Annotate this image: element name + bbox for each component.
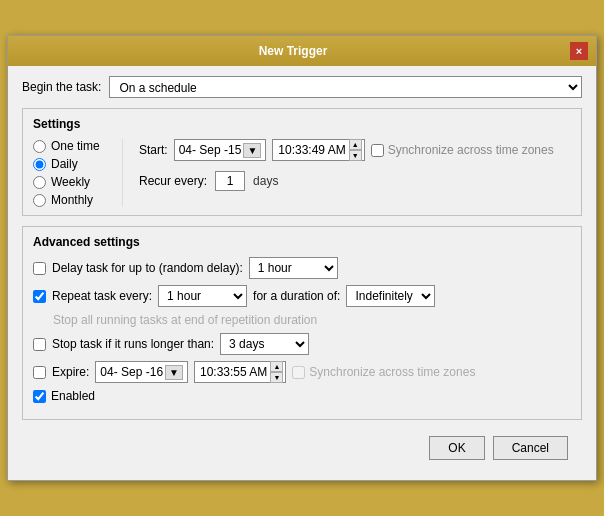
repeat-task-checkbox[interactable] bbox=[33, 290, 46, 303]
schedule-detail: Start: 04- Sep -15 ▼ 10:33:49 AM ▲ ▼ bbox=[139, 139, 571, 207]
delay-task-row: Delay task for up to (random delay): 1 h… bbox=[33, 257, 571, 279]
close-button[interactable]: × bbox=[570, 42, 588, 60]
start-time-value: 10:33:49 AM bbox=[275, 143, 348, 157]
start-row: Start: 04- Sep -15 ▼ 10:33:49 AM ▲ ▼ bbox=[139, 139, 571, 161]
delay-task-select[interactable]: 1 hour 30 minutes 2 hours 4 hours 8 hour… bbox=[249, 257, 338, 279]
expire-time-spin-down[interactable]: ▼ bbox=[270, 372, 283, 383]
enabled-checkbox[interactable] bbox=[33, 390, 46, 403]
radio-one-time-input[interactable] bbox=[33, 140, 46, 153]
radio-one-time-label: One time bbox=[51, 139, 100, 153]
enabled-label: Enabled bbox=[51, 389, 95, 403]
time-spin-down[interactable]: ▼ bbox=[349, 150, 362, 161]
radio-monthly[interactable]: Monthly bbox=[33, 193, 106, 207]
enabled-row: Enabled bbox=[33, 389, 571, 403]
expire-checkbox[interactable] bbox=[33, 366, 46, 379]
start-date-field: 04- Sep -15 ▼ bbox=[174, 139, 267, 161]
expire-sync-checkbox bbox=[292, 366, 305, 379]
time-spin-up[interactable]: ▲ bbox=[349, 139, 362, 150]
settings-columns: One time Daily Weekly Monthly bbox=[33, 139, 571, 207]
expire-time-value: 10:33:55 AM bbox=[197, 365, 270, 379]
radio-daily-input[interactable] bbox=[33, 158, 46, 171]
expire-date-field: 04- Sep -16 ▼ bbox=[95, 361, 188, 383]
radio-daily[interactable]: Daily bbox=[33, 157, 106, 171]
stop-longer-select[interactable]: 3 days 30 minutes 1 hour 2 hours 4 hours… bbox=[220, 333, 309, 355]
recur-value-input[interactable] bbox=[215, 171, 245, 191]
sync-timezone-label: Synchronize across time zones bbox=[388, 143, 554, 157]
delay-task-label: Delay task for up to (random delay): bbox=[52, 261, 243, 275]
start-date-value: 04- Sep -15 bbox=[179, 143, 242, 157]
duration-label: for a duration of: bbox=[253, 289, 340, 303]
expire-date-value: 04- Sep -16 bbox=[100, 365, 163, 379]
expire-row: Expire: 04- Sep -16 ▼ 10:33:55 AM ▲ ▼ Sy… bbox=[33, 361, 571, 383]
expire-time-field: 10:33:55 AM ▲ ▼ bbox=[194, 361, 286, 383]
radio-daily-label: Daily bbox=[51, 157, 78, 171]
stop-longer-checkbox[interactable] bbox=[33, 338, 46, 351]
stop-longer-label: Stop task if it runs longer than: bbox=[52, 337, 214, 351]
expire-time-spinner: ▲ ▼ bbox=[270, 361, 283, 383]
recur-label: Recur every: bbox=[139, 174, 207, 188]
button-row: OK Cancel bbox=[22, 430, 582, 470]
begin-task-label: Begin the task: bbox=[22, 80, 101, 94]
advanced-title: Advanced settings bbox=[33, 235, 571, 249]
expire-time-spin-up[interactable]: ▲ bbox=[270, 361, 283, 372]
title-bar: New Trigger × bbox=[8, 36, 596, 66]
settings-group: Settings One time Daily Weekly bbox=[22, 108, 582, 216]
radio-monthly-label: Monthly bbox=[51, 193, 93, 207]
settings-title: Settings bbox=[33, 117, 571, 131]
expire-sync-label: Synchronize across time zones bbox=[292, 365, 475, 379]
schedule-type-options: One time Daily Weekly Monthly bbox=[33, 139, 123, 207]
duration-select[interactable]: Indefinitely 15 minutes 30 minutes 1 hou… bbox=[346, 285, 435, 307]
radio-weekly-label: Weekly bbox=[51, 175, 90, 189]
repeat-task-row: Repeat task every: 1 hour 5 minutes 10 m… bbox=[33, 285, 571, 307]
radio-one-time[interactable]: One time bbox=[33, 139, 106, 153]
advanced-settings-group: Advanced settings Delay task for up to (… bbox=[22, 226, 582, 420]
expire-sync-label-text: Synchronize across time zones bbox=[309, 365, 475, 379]
start-label: Start: bbox=[139, 143, 168, 157]
repeat-task-select[interactable]: 1 hour 5 minutes 10 minutes 15 minutes 3… bbox=[158, 285, 247, 307]
dialog-window: New Trigger × Begin the task: On a sched… bbox=[7, 35, 597, 481]
expire-label: Expire: bbox=[52, 365, 89, 379]
begin-task-row: Begin the task: On a schedule At log on … bbox=[22, 76, 582, 98]
stop-longer-row: Stop task if it runs longer than: 3 days… bbox=[33, 333, 571, 355]
ok-button[interactable]: OK bbox=[429, 436, 484, 460]
stop-running-row: Stop all running tasks at end of repetit… bbox=[33, 313, 571, 327]
recur-row: Recur every: days bbox=[139, 171, 571, 191]
sync-timezone-checkbox[interactable] bbox=[371, 144, 384, 157]
start-time-spinner: ▲ ▼ bbox=[349, 139, 362, 161]
start-date-calendar-button[interactable]: ▼ bbox=[243, 143, 261, 158]
expire-date-calendar-button[interactable]: ▼ bbox=[165, 365, 183, 380]
radio-monthly-input[interactable] bbox=[33, 194, 46, 207]
radio-weekly-input[interactable] bbox=[33, 176, 46, 189]
begin-task-select[interactable]: On a schedule At log on At startup On id… bbox=[109, 76, 582, 98]
dialog-title: New Trigger bbox=[16, 44, 570, 58]
radio-weekly[interactable]: Weekly bbox=[33, 175, 106, 189]
recur-unit: days bbox=[253, 174, 278, 188]
stop-running-label: Stop all running tasks at end of repetit… bbox=[53, 313, 317, 327]
start-time-field: 10:33:49 AM ▲ ▼ bbox=[272, 139, 364, 161]
repeat-task-label: Repeat task every: bbox=[52, 289, 152, 303]
dialog-body: Begin the task: On a schedule At log on … bbox=[8, 66, 596, 480]
sync-timezone-checkbox-label[interactable]: Synchronize across time zones bbox=[371, 143, 554, 157]
delay-task-checkbox[interactable] bbox=[33, 262, 46, 275]
cancel-button[interactable]: Cancel bbox=[493, 436, 568, 460]
